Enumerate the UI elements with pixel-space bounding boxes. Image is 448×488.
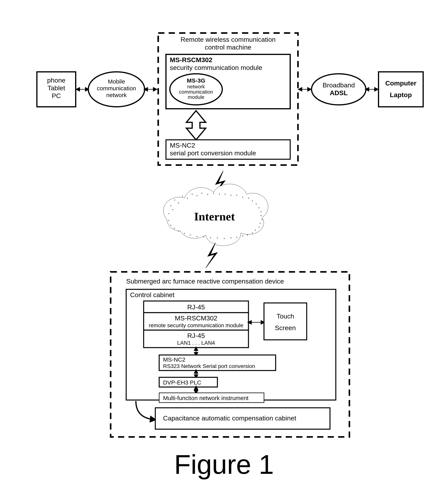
rscm2-desc: remote security communication module: [149, 322, 243, 328]
svg-point-15: [242, 236, 243, 236]
svg-point-26: [207, 194, 208, 195]
svg-point-39: [197, 236, 197, 237]
ms3g-l2: communication: [179, 89, 213, 95]
svg-point-3: [182, 196, 183, 196]
svg-point-32: [261, 215, 262, 216]
svg-point-38: [210, 237, 211, 238]
saf-title: Submerged arc furnace reactive compensat…: [126, 277, 284, 285]
mfni-label: Multi-function network instrument: [163, 395, 249, 401]
internet-label: Internet: [194, 210, 235, 223]
mobile-l2: communication: [97, 85, 136, 91]
computer-l2: Laptop: [390, 91, 412, 98]
computer-l1: Computer: [385, 79, 416, 87]
svg-point-8: [236, 195, 237, 195]
ms3g-l3: module: [188, 94, 204, 100]
svg-point-35: [247, 235, 248, 235]
svg-point-2: [174, 200, 175, 200]
nc2top-name: MS-NC2: [170, 142, 195, 149]
svg-point-4: [192, 194, 192, 195]
big-double-arrow-icon: [186, 111, 206, 140]
svg-point-22: [172, 209, 173, 210]
svg-point-23: [178, 203, 179, 203]
lightning-bottom-icon: [206, 243, 217, 268]
rwcm-title2: control machine: [205, 43, 251, 51]
svg-point-34: [255, 230, 256, 230]
touch-l2: Screen: [275, 324, 296, 332]
svg-point-33: [260, 223, 261, 224]
svg-point-20: [178, 231, 179, 231]
svg-point-36: [236, 237, 237, 238]
svg-point-0: [168, 213, 169, 214]
svg-point-10: [256, 203, 257, 204]
nc2-name: MS-NC2: [163, 356, 185, 363]
plc-label: DVP-EH3 PLC: [163, 379, 201, 386]
svg-point-25: [197, 195, 197, 196]
svg-point-12: [262, 219, 263, 220]
svg-point-13: [259, 227, 260, 228]
svg-point-16: [231, 237, 231, 238]
nc2-desc: RS323 Network Serial port conversion: [163, 363, 255, 369]
cc-title: Control cabinet: [130, 291, 175, 299]
touch-l1: Touch: [277, 312, 294, 320]
svg-point-18: [203, 236, 204, 237]
rscm2-name: MS-RSCM302: [175, 314, 217, 322]
adsl-l1: Broadband: [323, 81, 355, 89]
svg-point-24: [187, 198, 188, 198]
svg-point-40: [184, 233, 185, 234]
svg-point-19: [190, 235, 191, 235]
phone-l3: PC: [52, 92, 61, 99]
phone-l2: Tablet: [48, 84, 65, 92]
diagram: phone Tablet PC Mobile communication net…: [0, 0, 448, 488]
internet-cloud: Internet: [163, 184, 268, 246]
svg-point-6: [213, 193, 214, 194]
svg-point-28: [231, 195, 231, 195]
svg-point-7: [225, 194, 225, 195]
ms3g-name: MS-3G: [187, 77, 205, 84]
rscm-name: MS-RSCM302: [170, 56, 212, 64]
mobile-l3: network: [106, 92, 127, 98]
figure-caption: Figure 1: [174, 449, 274, 480]
cac-label: Capacitance automatic compensation cabin…: [163, 415, 296, 422]
rj45b-name: RJ-45: [187, 332, 205, 339]
svg-point-1: [170, 205, 171, 206]
mobile-l1: Mobile: [108, 78, 125, 85]
svg-point-11: [261, 211, 262, 212]
svg-point-14: [252, 233, 253, 233]
adsl-l2: ADSL: [330, 89, 348, 97]
svg-point-30: [252, 201, 253, 201]
svg-point-21: [170, 225, 171, 226]
svg-point-31: [259, 207, 260, 208]
svg-point-9: [248, 198, 249, 198]
nc2top-desc: serial port conversion module: [170, 149, 256, 157]
ms3g-l1: network: [187, 84, 205, 89]
svg-point-29: [242, 197, 243, 197]
svg-point-37: [224, 238, 224, 239]
rscm-desc: security communication module: [170, 64, 262, 71]
curve-arrow: [136, 401, 153, 419]
svg-point-17: [217, 237, 218, 238]
phone-l1: phone: [47, 76, 66, 84]
rj45a-label: RJ-45: [187, 303, 205, 311]
svg-point-5: [201, 193, 202, 194]
touch-box: [264, 303, 307, 340]
computer-box: [378, 72, 423, 107]
svg-point-41: [174, 228, 175, 228]
rj45b-lan: LAN1 . . . LAN4: [177, 340, 215, 346]
svg-point-27: [219, 194, 220, 195]
rwcm-title1: Remote wireless communication: [181, 36, 275, 43]
svg-point-42: [168, 220, 169, 221]
